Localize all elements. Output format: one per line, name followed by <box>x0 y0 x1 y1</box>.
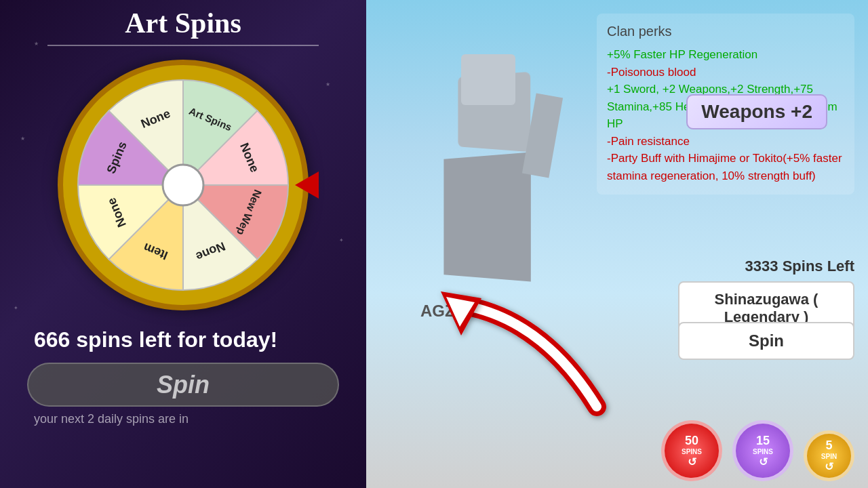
next-spins-text: your next 2 daily spins are in <box>20 412 346 426</box>
weapons-badge: Weapons +2 <box>686 94 827 129</box>
spin-button-label: Spin <box>157 371 210 399</box>
title-divider <box>47 45 319 46</box>
token-5-icon: ↺ <box>825 460 833 473</box>
spin-tokens: 50 SPINS ↺ 15 SPINS ↺ 5 SPIN ↺ <box>661 420 854 481</box>
spin-button-right[interactable]: Spin <box>678 322 854 360</box>
spins-left-right: 3333 Spins Left <box>745 258 854 275</box>
left-panel: ★ ★ ★ ✦ ✦ Art Spins <box>0 0 366 488</box>
character-head <box>461 54 515 105</box>
clan-perks-title: Clan perks <box>607 24 844 39</box>
right-panel: Clan perks +5% Faster HP Regeneration -P… <box>366 0 868 488</box>
bg-star-3: ★ <box>20 136 25 142</box>
character-legs <box>443 152 530 282</box>
spin-wheel: Spins None Art Spins None New Wep None I… <box>58 60 309 310</box>
spins-count-text: 3333 Spins Left <box>745 258 854 274</box>
token-50-spins[interactable]: 50 SPINS ↺ <box>661 420 722 481</box>
bg-star-4: ✦ <box>339 237 344 243</box>
red-arrow <box>407 285 624 434</box>
token-15-spins[interactable]: 15 SPINS ↺ <box>732 420 793 481</box>
token-50-label: 50 <box>685 434 698 448</box>
token-15-text: SPINS <box>753 448 773 455</box>
clan-name-text: Shinazugawa ( Legendary ) <box>715 291 818 325</box>
wheel-svg: Spins None Art Spins None New Wep None I… <box>64 66 302 304</box>
token-15-label: 15 <box>756 434 770 448</box>
token-15-icon: ↺ <box>759 455 768 468</box>
bg-star-2: ★ <box>326 81 330 87</box>
spins-left-text: 666 spins left for today! <box>20 327 346 352</box>
spin-button-right-label: Spin <box>749 331 784 350</box>
perk-5: -Party Buff with Himajime or Tokito(+5% … <box>607 150 844 184</box>
token-5-label: 5 <box>825 439 832 453</box>
token-50-text: SPINS <box>682 448 702 455</box>
page-title: Art Spins <box>125 7 241 39</box>
spin-indicator <box>295 171 319 199</box>
spin-button-left[interactable]: Spin <box>27 363 339 407</box>
weapons-badge-text: Weapons +2 <box>701 101 812 122</box>
perk-1: +5% Faster HP Regeneration <box>607 46 844 64</box>
bg-star-1: ★ <box>34 41 39 47</box>
perk-4: -Pain resistance <box>607 133 844 150</box>
token-5-text: SPIN <box>821 453 837 460</box>
perk-2: -Poisonous blood <box>607 64 844 81</box>
svg-point-8 <box>163 165 203 205</box>
token-50-icon: ↺ <box>688 455 696 468</box>
bg-star-5: ✦ <box>14 305 18 311</box>
spin-wheel-container: Spins None Art Spins None New Wep None I… <box>54 56 312 314</box>
token-5-spins[interactable]: 5 SPIN ↺ <box>804 430 854 481</box>
